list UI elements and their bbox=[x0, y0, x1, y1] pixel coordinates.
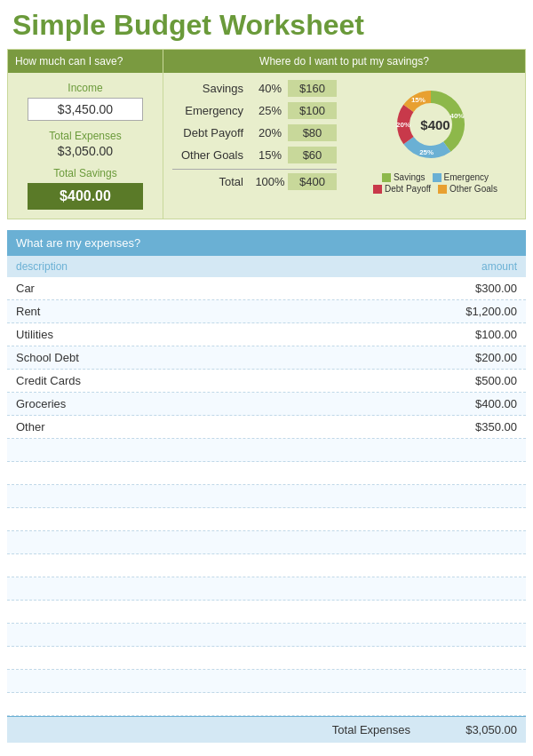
expense-row: Car $300.00 bbox=[7, 277, 526, 300]
expense-row-amount: $500.00 bbox=[446, 374, 517, 387]
left-panel: Income Total Expenses $3,050.00 Total Sa… bbox=[8, 73, 163, 219]
expenses-col-headers: description amount bbox=[7, 256, 526, 277]
expense-row: Credit Cards $500.00 bbox=[7, 370, 526, 393]
savings-row-label: Debt Payoff bbox=[172, 126, 252, 139]
header-left-label: How much can I save? bbox=[8, 50, 163, 73]
savings-total-row: Total 100% $400 bbox=[172, 169, 337, 190]
savings-row-label: Savings bbox=[172, 82, 252, 95]
expense-row-empty bbox=[7, 508, 526, 531]
expense-row-empty bbox=[7, 439, 526, 462]
expenses-footer: Total Expenses $3,050.00 bbox=[7, 716, 526, 743]
legend-label: Other Goals bbox=[449, 184, 497, 194]
svg-text:15%: 15% bbox=[411, 96, 426, 104]
expense-rows: Car $300.00 Rent $1,200.00 Utilities $10… bbox=[7, 277, 526, 716]
expense-row: Rent $1,200.00 bbox=[7, 300, 526, 323]
savings-row-label: Emergency bbox=[172, 104, 252, 117]
expense-row: Utilities $100.00 bbox=[7, 323, 526, 346]
savings-row-amount: $100 bbox=[288, 102, 337, 119]
savings-row-pct: 25% bbox=[252, 104, 288, 117]
total-expenses-value: $3,050.00 bbox=[58, 144, 113, 158]
col-description-label: description bbox=[16, 260, 68, 273]
legend-item: Debt Payoff bbox=[373, 184, 431, 194]
savings-row: Emergency 25% $100 bbox=[172, 102, 337, 119]
svg-text:20%: 20% bbox=[396, 121, 410, 129]
legend-color bbox=[438, 185, 447, 194]
savings-row-amount: $160 bbox=[288, 80, 337, 97]
legend-color bbox=[433, 173, 442, 182]
savings-section: How much can I save? Where do I want to … bbox=[7, 49, 526, 219]
expense-row-empty bbox=[7, 647, 526, 670]
chart-legend: SavingsEmergencyDebt PayoffOther Goals bbox=[351, 172, 520, 194]
legend-label: Debt Payoff bbox=[385, 184, 431, 194]
expense-row-amount: $300.00 bbox=[446, 282, 517, 295]
income-label: Income bbox=[68, 82, 102, 94]
expense-row-empty bbox=[7, 670, 526, 693]
expense-row-desc: Credit Cards bbox=[16, 374, 446, 387]
legend-label: Savings bbox=[394, 172, 426, 182]
savings-row-label: Other Goals bbox=[172, 148, 252, 162]
svg-text:40%: 40% bbox=[449, 112, 464, 120]
expense-row-amount: $1,200.00 bbox=[446, 305, 517, 318]
expense-row-desc: Car bbox=[16, 282, 446, 295]
expense-row-empty bbox=[7, 485, 526, 508]
total-savings-label: Total Savings bbox=[53, 167, 116, 179]
expense-row-empty bbox=[7, 577, 526, 601]
expense-row-empty bbox=[7, 601, 526, 624]
expense-row-empty bbox=[7, 462, 526, 485]
top-header: How much can I save? Where do I want to … bbox=[8, 50, 525, 73]
expense-row-empty bbox=[7, 693, 526, 716]
savings-row-amount: $60 bbox=[288, 147, 337, 163]
expenses-header: What are my expenses? bbox=[7, 230, 526, 256]
expense-row-empty bbox=[7, 554, 526, 577]
col-amount-label: amount bbox=[481, 260, 517, 273]
savings-row: Debt Payoff 20% $80 bbox=[172, 124, 337, 141]
legend-color bbox=[373, 185, 382, 194]
total-label: Total bbox=[172, 175, 252, 188]
expense-row-amount: $100.00 bbox=[446, 328, 517, 341]
expense-row: School Debt $200.00 bbox=[7, 346, 526, 370]
expense-row-desc: Utilities bbox=[16, 328, 446, 341]
total-amount: $400 bbox=[288, 173, 337, 190]
donut-chart: 40%25%20%15% $400 bbox=[382, 80, 489, 169]
donut-center-label: $400 bbox=[420, 117, 449, 132]
savings-row: Other Goals 15% $60 bbox=[172, 147, 337, 163]
expense-row-amount: $350.00 bbox=[446, 420, 517, 434]
legend-item: Savings bbox=[382, 172, 426, 182]
legend-label: Emergency bbox=[444, 172, 489, 182]
expenses-section: What are my expenses? description amount… bbox=[7, 230, 526, 743]
savings-row-pct: 40% bbox=[252, 82, 288, 95]
total-savings-value: $400.00 bbox=[28, 183, 143, 210]
svg-text:25%: 25% bbox=[419, 148, 434, 156]
header-right-label: Where do I want to put my savings? bbox=[163, 50, 525, 73]
page-title: Simple Budget Worksheet bbox=[0, 0, 533, 49]
chart-area: 40%25%20%15% $400 SavingsEmergencyDebt P… bbox=[346, 80, 525, 194]
expense-row-empty bbox=[7, 624, 526, 647]
footer-value: $3,050.00 bbox=[446, 723, 517, 736]
expense-row-desc: Groceries bbox=[16, 397, 446, 410]
expense-row: Other $350.00 bbox=[7, 416, 526, 439]
right-panel: Savings 40% $160 Emergency 25% $100 Debt… bbox=[163, 73, 525, 219]
expense-row-desc: School Debt bbox=[16, 351, 446, 364]
savings-table: Savings 40% $160 Emergency 25% $100 Debt… bbox=[163, 80, 346, 194]
expense-row: Groceries $400.00 bbox=[7, 393, 526, 416]
legend-item: Emergency bbox=[433, 172, 489, 182]
expense-row-amount: $400.00 bbox=[446, 397, 517, 410]
expense-row-amount: $200.00 bbox=[446, 351, 517, 364]
savings-row-pct: 15% bbox=[252, 148, 288, 162]
expense-row-empty bbox=[7, 531, 526, 554]
footer-label: Total Expenses bbox=[332, 723, 410, 736]
right-content: Savings 40% $160 Emergency 25% $100 Debt… bbox=[163, 80, 525, 194]
savings-row-pct: 20% bbox=[252, 126, 288, 139]
expense-row-desc: Other bbox=[16, 420, 446, 434]
legend-item: Other Goals bbox=[438, 184, 497, 194]
expense-row-desc: Rent bbox=[16, 305, 446, 318]
total-expenses-label: Total Expenses bbox=[49, 130, 121, 142]
savings-row: Savings 40% $160 bbox=[172, 80, 337, 97]
top-body: Income Total Expenses $3,050.00 Total Sa… bbox=[8, 73, 525, 219]
total-pct: 100% bbox=[252, 175, 288, 188]
legend-color bbox=[382, 173, 391, 182]
savings-row-amount: $80 bbox=[288, 124, 337, 141]
income-input[interactable] bbox=[28, 98, 143, 121]
